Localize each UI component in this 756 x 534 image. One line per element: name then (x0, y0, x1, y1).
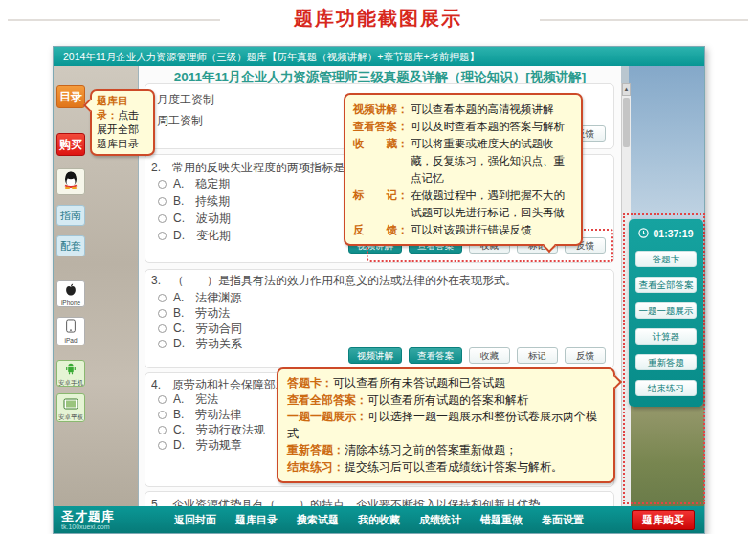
sidebar-item-catalog[interactable]: 目录 (56, 85, 85, 108)
exam-tools-panel: 01:37:19 答题卡 查看全部答案 一题一题展示 计算器 重新答题 结束练习 (629, 219, 703, 407)
radio-button[interactable] (158, 426, 167, 434)
end-practice-button[interactable]: 结束练习 (635, 380, 697, 396)
video-explain-button[interactable]: 视频讲解 (348, 347, 402, 364)
sidebar-item-ipad[interactable]: iPad (56, 317, 85, 345)
callout-row: 查看答案： 可以及时查看本题的答案与解析 (353, 118, 573, 135)
menu-item-back-cover[interactable]: 返回封面 (174, 513, 216, 527)
option-label: 周工资制 (157, 113, 203, 129)
radio-button[interactable] (158, 197, 167, 206)
option-row[interactable]: B. 劳动法律 (158, 407, 241, 423)
callout-question-tools: 视频讲解： 可以查看本题的高清视频讲解 查看答案： 可以及时查看本题的答案与解析… (344, 93, 583, 246)
option-label: D. 劳动关系 (173, 336, 242, 352)
feedback-button[interactable]: 反馈 (565, 347, 606, 364)
radio-button[interactable] (158, 309, 167, 318)
menu-item-redo-wrong[interactable]: 错题重做 (480, 513, 523, 527)
option-row[interactable]: C. 劳动行政法规 (158, 422, 265, 438)
callout-label: 答题卡： (287, 376, 333, 389)
callout-label: 查看答案： (353, 118, 411, 135)
callout-text: 可以查看所有试题的答案和解析 (367, 393, 528, 407)
redo-answers-button[interactable]: 重新答题 (635, 354, 697, 370)
callout-exam-tools: 答题卡：可以查看所有未答试题和已答试题 查看全部答案：可以查看所有试题的答案和解… (277, 367, 615, 483)
divider-right (540, 19, 748, 21)
device-label: iPhone (61, 300, 80, 306)
callout-row: 收 藏： 可以将重要或难度大的试题收藏，反复练习，强化知识点、重点记忆 (353, 135, 573, 187)
mark-button[interactable]: 标记 (517, 347, 558, 364)
callout-text: 可以将重要或难度大的试题收藏，反复练习，强化知识点、重点记忆 (411, 135, 573, 187)
option-row[interactable]: C. 波动期 (158, 211, 231, 227)
option-row[interactable]: D. 劳动关系 (158, 336, 242, 352)
sidebar-item-android-phone[interactable]: 安卓手机 (56, 360, 85, 387)
clock-icon (638, 228, 649, 240)
option-row[interactable]: D. 劳动规章 (158, 437, 242, 454)
option-label: 月度工资制 (157, 92, 214, 108)
menu-item-catalog[interactable]: 题库目录 (235, 513, 278, 527)
callout-label: 结束练习： (287, 460, 345, 474)
timer-value: 01:37:19 (653, 228, 693, 239)
sidebar-item-iphone[interactable]: iPhone (56, 280, 85, 307)
option-label: B. 劳动法律 (173, 407, 241, 423)
device-label: 安卓手机 (58, 380, 83, 386)
radio-button[interactable] (158, 441, 167, 450)
option-row[interactable]: D. 变化期 (158, 228, 231, 244)
android-icon (65, 362, 77, 379)
qq-penguin-icon (61, 170, 80, 193)
menu-item-stats[interactable]: 成绩统计 (419, 513, 461, 527)
callout-label: 一题一题展示： (287, 410, 367, 423)
option-label: B. 劳动法 (173, 305, 230, 322)
callout-row: 重新答题：清除本练习之前的答案重新做题； (287, 442, 605, 459)
option-label: A. 法律渊源 (173, 290, 241, 306)
callout-label: 标 记： (353, 187, 411, 221)
radio-button[interactable] (158, 180, 167, 189)
sidebar-item-qq[interactable] (56, 168, 85, 195)
android-tablet-icon (63, 396, 78, 413)
option-row[interactable]: B. 劳动法 (158, 305, 230, 322)
sidebar-item-buy[interactable]: 购买 (56, 133, 85, 156)
view-answer-button[interactable]: 查看答案 (409, 347, 462, 364)
radio-button[interactable] (158, 294, 167, 302)
sidebar-item-android-pad[interactable]: 安卓平板 (56, 393, 85, 422)
option-row[interactable]: A. 宪法 (158, 391, 218, 408)
scrollbar-thumb[interactable] (623, 98, 630, 147)
option-row[interactable]: C. 劳动合同 (158, 321, 242, 337)
callout-catalog: 题库目录：点击展开全部题库目录 (90, 89, 155, 156)
menu-item-favorites[interactable]: 我的收藏 (358, 513, 400, 527)
view-all-answers-button[interactable]: 查看全部答案 (635, 277, 697, 293)
radio-button[interactable] (158, 395, 167, 404)
radio-button[interactable] (158, 340, 167, 348)
divider-left (8, 19, 220, 21)
ipad-icon (64, 319, 78, 337)
one-by-one-mode-button[interactable]: 一题一题展示 (635, 302, 697, 319)
brand-url: tk.100xuexi.com (61, 523, 115, 530)
callout-text: 可以查看本题的高清视频讲解 (411, 100, 573, 118)
radio-button[interactable] (158, 214, 167, 223)
answer-card-button[interactable]: 答题卡 (635, 251, 697, 267)
calculator-button[interactable]: 计算器 (635, 328, 697, 345)
menu-item-page-settings[interactable]: 卷面设置 (542, 513, 584, 527)
option-row[interactable]: A. 法律渊源 (158, 290, 241, 306)
window-title: 2014年11月企业人力资源管理师（三级）题库【历年真题（视频讲解）+章节题库+… (63, 51, 479, 62)
option-label: C. 劳动合同 (173, 321, 242, 337)
buy-bank-button[interactable]: 题库购买 (632, 510, 695, 530)
option-row[interactable]: A. 稳定期 (158, 176, 230, 192)
callout-label: 收 藏： (353, 135, 411, 187)
callout-text: 提交练习后可以查看成绩统计答案与解析。 (345, 460, 563, 474)
radio-button[interactable] (158, 324, 167, 333)
radio-button[interactable] (158, 411, 167, 419)
sidebar-item-bundle[interactable]: 配套 (56, 235, 85, 256)
menu-item-search[interactable]: 搜索试题 (297, 513, 339, 527)
callout-label: 反 馈： (353, 221, 411, 238)
option-label: D. 变化期 (173, 228, 231, 244)
callout-label: 视频讲解： (353, 100, 411, 118)
callout-row: 结束练习：提交练习后可以查看成绩统计答案与解析。 (287, 459, 605, 477)
option-row[interactable]: B. 持续期 (158, 193, 230, 210)
callout-text: 可以对该题进行错误反馈 (411, 221, 573, 238)
question-text: 3. （ ）是指具有法的效力作用和意义的法或法律的外在表现形式。 (151, 273, 611, 289)
timer: 01:37:19 (638, 226, 693, 241)
callout-row: 标 记： 在做题过程中，遇到把握不大的试题可以先进行标记，回头再做 (353, 187, 573, 221)
favorite-button[interactable]: 收藏 (469, 347, 510, 364)
callout-text: 可以查看所有未答试题和已答试题 (333, 376, 505, 389)
scroll-up-arrow-icon[interactable]: ▲ (622, 83, 631, 96)
sidebar-item-guide[interactable]: 指南 (56, 205, 85, 226)
option-label: A. 稳定期 (173, 176, 230, 192)
radio-button[interactable] (158, 232, 167, 240)
